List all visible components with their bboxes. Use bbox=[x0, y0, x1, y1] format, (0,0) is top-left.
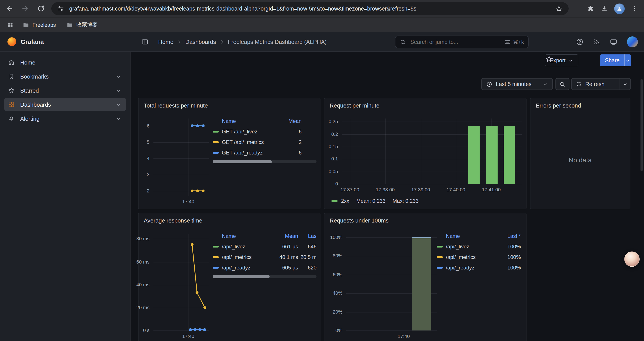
legend-series-name[interactable]: /api/_metrics bbox=[222, 254, 252, 260]
chevron-down-icon[interactable] bbox=[116, 102, 122, 107]
panel-title[interactable]: Total requests per minute bbox=[144, 102, 208, 109]
y-tick-label: 40% bbox=[333, 290, 342, 295]
share-menu-chevron-icon[interactable] bbox=[624, 55, 631, 66]
floating-assistant-avatar[interactable] bbox=[624, 251, 640, 267]
legend-row[interactable]: /api/_readyz100% bbox=[437, 262, 524, 273]
legend-scrollbar-thumb[interactable] bbox=[212, 160, 272, 163]
grafana-user-avatar[interactable] bbox=[627, 37, 638, 47]
browser-profile-avatar[interactable] bbox=[614, 3, 625, 14]
breadcrumb-home[interactable]: Home bbox=[158, 38, 174, 45]
legend-column-header[interactable]: Mean bbox=[270, 233, 298, 239]
legend-series-name[interactable]: GET /api/_metrics bbox=[222, 139, 264, 145]
sidebar-item-alerting[interactable]: Alerting bbox=[4, 112, 126, 125]
request-per-minute-legend[interactable]: 2xx Mean: 0.233 Max: 0.233 bbox=[332, 198, 419, 204]
bar[interactable] bbox=[468, 126, 480, 184]
legend-series-name[interactable]: 2xx bbox=[341, 198, 349, 204]
search-box[interactable]: ⌘+k bbox=[395, 36, 529, 48]
grafana-logo-icon[interactable] bbox=[8, 37, 16, 46]
legend-value: 620 bbox=[298, 265, 316, 271]
legend-column-header[interactable]: Las bbox=[298, 233, 316, 239]
legend-series-name[interactable]: /api/_metrics bbox=[446, 254, 476, 260]
legend-row[interactable]: /api/_metrics40.1 ms20.5 m bbox=[212, 252, 316, 262]
legend-scrollbar[interactable] bbox=[212, 160, 316, 163]
browser-reload-button[interactable] bbox=[34, 1, 48, 15]
bookmark-folder-freeleaps[interactable]: Freeleaps bbox=[19, 20, 60, 30]
search-input[interactable] bbox=[410, 38, 501, 46]
requests-under-100ms-legend[interactable]: NameLast */api/_livez100%/api/_metrics10… bbox=[437, 231, 524, 273]
bookmark-folder-blogs[interactable]: 收藏博客 bbox=[63, 19, 101, 30]
zoom-out-button[interactable] bbox=[556, 78, 570, 90]
share-button[interactable]: Share bbox=[600, 55, 631, 66]
average-response-time-chart[interactable]: 80 ms60 ms40 ms20 ms0 s17:40 bbox=[154, 234, 209, 330]
legend-scrollbar-thumb[interactable] bbox=[212, 275, 270, 278]
legend-scrollbar[interactable] bbox=[212, 275, 316, 278]
chevron-down-icon[interactable] bbox=[116, 88, 122, 93]
breadcrumb-dashboards[interactable]: Dashboards bbox=[185, 38, 216, 45]
url-input[interactable] bbox=[68, 5, 556, 12]
sidebar-item-home[interactable]: Home bbox=[4, 56, 126, 69]
browser-menu-icon[interactable] bbox=[631, 5, 638, 12]
legend-row[interactable]: GET /api/_livez6 bbox=[212, 126, 316, 137]
bar[interactable] bbox=[412, 237, 432, 330]
help-icon[interactable] bbox=[576, 38, 584, 46]
chevron-down-icon[interactable] bbox=[116, 74, 122, 79]
legend-series-name[interactable]: /api/_livez bbox=[446, 244, 469, 250]
legend-series-name[interactable]: GET /api/_livez bbox=[222, 129, 257, 135]
sidebar-item-bookmarks[interactable]: Bookmarks bbox=[4, 70, 126, 83]
download-icon[interactable] bbox=[600, 5, 608, 12]
legend-series-name[interactable]: /api/_livez bbox=[222, 244, 245, 250]
url-bar[interactable] bbox=[51, 2, 568, 15]
panel-requests-under-100ms: Requests under 100ms 100%80%60%40%20%0%1… bbox=[324, 213, 526, 341]
legend-column-header[interactable]: Name bbox=[437, 233, 490, 239]
time-range-picker[interactable]: Last 5 minutes bbox=[481, 78, 553, 90]
series-plot bbox=[154, 119, 209, 196]
panel-title[interactable]: Errors per second bbox=[536, 102, 581, 109]
panel-title[interactable]: Request per minute bbox=[330, 102, 380, 109]
browser-back-button[interactable] bbox=[3, 1, 17, 15]
series-color-swatch bbox=[212, 152, 219, 154]
sidebar-item-dashboards[interactable]: Dashboards bbox=[4, 98, 126, 111]
legend-series-name[interactable]: /api/_readyz bbox=[446, 265, 474, 271]
apps-grid-icon[interactable] bbox=[5, 22, 15, 28]
request-per-minute-chart[interactable]: 0.250.20.150.10.05017:37:0017:38:0017:39… bbox=[342, 119, 522, 184]
total-requests-legend[interactable]: NameMeanGET /api/_livez6GET /api/_metric… bbox=[212, 116, 316, 163]
legend-row[interactable]: /api/_readyz605 µs620 bbox=[212, 262, 316, 273]
refresh-icon bbox=[576, 81, 582, 87]
browser-forward-button[interactable] bbox=[18, 1, 32, 15]
export-button[interactable]: Export bbox=[545, 55, 578, 66]
y-tick-label: 0.05 bbox=[328, 169, 338, 174]
refresh-button[interactable]: Refresh bbox=[571, 78, 631, 90]
bar[interactable] bbox=[486, 126, 498, 184]
series-color-swatch bbox=[212, 131, 219, 133]
page-scrollbar[interactable] bbox=[640, 79, 643, 171]
y-tick-label: 5 bbox=[147, 139, 150, 144]
legend-column-header[interactable]: Last * bbox=[490, 233, 521, 239]
sidebar-toggle-icon[interactable] bbox=[141, 38, 148, 46]
x-tick-label: 17:37:00 bbox=[340, 187, 359, 192]
average-response-time-legend[interactable]: NameMeanLas/api/_livez661 µs646/api/_met… bbox=[212, 231, 316, 278]
legend-series-name[interactable]: GET /api/_readyz bbox=[222, 150, 262, 156]
refresh-interval-chevron-icon[interactable] bbox=[619, 79, 630, 90]
legend-column-header[interactable]: Name bbox=[212, 118, 277, 124]
sidebar-item-starred[interactable]: Starred bbox=[4, 84, 126, 97]
tv-mode-icon[interactable] bbox=[610, 38, 617, 46]
y-tick-label: 0.15 bbox=[328, 144, 338, 149]
legend-column-header[interactable]: Mean bbox=[277, 118, 302, 124]
news-rss-icon[interactable] bbox=[593, 38, 600, 46]
legend-column-header[interactable]: Name bbox=[212, 233, 270, 239]
legend-row[interactable]: /api/_livez100% bbox=[437, 241, 524, 252]
legend-series-name[interactable]: /api/_readyz bbox=[222, 265, 250, 271]
site-info-icon[interactable] bbox=[58, 5, 64, 12]
bar[interactable] bbox=[504, 126, 515, 184]
panel-title[interactable]: Average response time bbox=[144, 217, 202, 224]
legend-row[interactable]: /api/_livez661 µs646 bbox=[212, 241, 316, 252]
legend-row[interactable]: GET /api/_metrics2 bbox=[212, 137, 316, 147]
total-requests-chart[interactable]: 6543217:40 bbox=[154, 119, 209, 196]
legend-row[interactable]: GET /api/_readyz6 bbox=[212, 147, 316, 158]
extensions-puzzle-icon[interactable] bbox=[587, 5, 594, 12]
legend-row[interactable]: /api/_metrics100% bbox=[437, 252, 524, 262]
panel-title[interactable]: Requests under 100ms bbox=[330, 217, 389, 224]
chevron-down-icon[interactable] bbox=[116, 116, 122, 121]
bookmark-star-icon[interactable] bbox=[556, 5, 562, 12]
requests-under-100ms-chart[interactable]: 100%80%60%40%20%0%17:40 bbox=[346, 233, 437, 330]
